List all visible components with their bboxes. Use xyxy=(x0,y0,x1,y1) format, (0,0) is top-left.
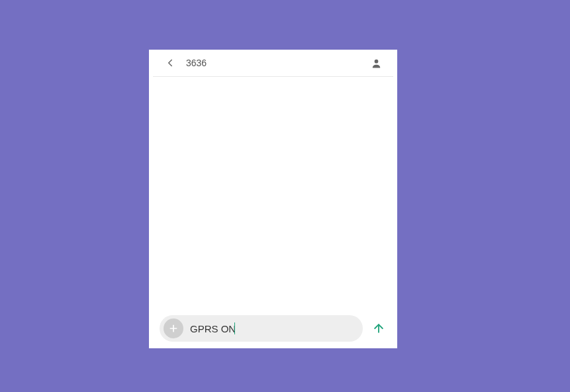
plus-icon xyxy=(168,323,179,334)
messaging-app-screen: 3636 GPRS ON xyxy=(149,50,397,348)
back-button[interactable] xyxy=(158,51,182,75)
message-input-text: GPRS ON xyxy=(190,323,236,334)
svg-point-0 xyxy=(374,59,378,63)
compose-area: GPRS ON xyxy=(149,313,397,348)
contact-title: 3636 xyxy=(186,58,367,68)
attach-button[interactable] xyxy=(164,318,183,338)
arrow-up-icon xyxy=(372,322,385,335)
send-button[interactable] xyxy=(368,318,389,339)
contact-info-button[interactable] xyxy=(367,54,385,72)
person-icon xyxy=(371,58,382,69)
message-input[interactable]: GPRS ON xyxy=(190,322,359,334)
text-caret xyxy=(234,322,235,334)
messages-list[interactable] xyxy=(149,77,397,313)
compose-pill: GPRS ON xyxy=(160,315,363,342)
chevron-left-icon xyxy=(164,57,176,69)
conversation-header: 3636 xyxy=(153,50,393,77)
